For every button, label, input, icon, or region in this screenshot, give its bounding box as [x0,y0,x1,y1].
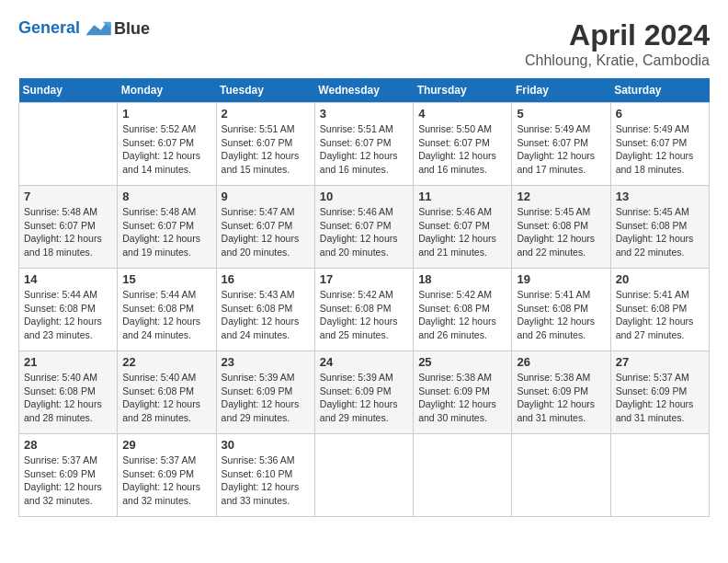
day-info: Sunrise: 5:40 AMSunset: 6:08 PMDaylight:… [122,371,210,425]
calendar-day-cell: 19Sunrise: 5:41 AMSunset: 6:08 PMDayligh… [512,269,610,351]
day-info: Sunrise: 5:46 AMSunset: 6:07 PMDaylight:… [418,205,506,259]
logo-general: General [18,18,80,37]
calendar-day-cell: 7Sunrise: 5:48 AMSunset: 6:07 PMDaylight… [19,186,118,269]
day-number: 27 [616,355,704,369]
day-number: 10 [320,190,408,203]
day-info: Sunrise: 5:43 AMSunset: 6:08 PMDaylight:… [222,288,310,342]
day-info: Sunrise: 5:45 AMSunset: 6:08 PMDaylight:… [517,205,605,259]
day-number: 12 [517,190,605,203]
day-info: Sunrise: 5:42 AMSunset: 6:08 PMDaylight:… [320,288,408,342]
day-number: 18 [418,272,506,286]
day-info: Sunrise: 5:49 AMSunset: 6:07 PMDaylight:… [517,122,605,177]
weekday-header-cell: Tuesday [216,78,314,103]
day-info: Sunrise: 5:45 AMSunset: 6:08 PMDaylight:… [616,205,704,259]
day-number: 11 [418,190,506,203]
calendar-day-cell: 5Sunrise: 5:49 AMSunset: 6:07 PMDaylight… [512,103,610,186]
day-number: 24 [320,355,408,369]
calendar-day-cell: 26Sunrise: 5:38 AMSunset: 6:09 PMDayligh… [512,351,610,434]
page-header: General Blue April 2024 Chhloung, Kratie… [18,18,710,69]
day-number: 2 [222,107,310,121]
calendar-week-row: 14Sunrise: 5:44 AMSunset: 6:08 PMDayligh… [19,269,710,351]
day-number: 3 [320,107,408,121]
day-info: Sunrise: 5:38 AMSunset: 6:09 PMDaylight:… [517,371,605,425]
calendar-day-cell: 18Sunrise: 5:42 AMSunset: 6:08 PMDayligh… [414,269,512,351]
day-info: Sunrise: 5:37 AMSunset: 6:09 PMDaylight:… [616,371,704,425]
day-number: 20 [616,272,704,286]
calendar-week-row: 21Sunrise: 5:40 AMSunset: 6:08 PMDayligh… [19,351,710,434]
day-info: Sunrise: 5:48 AMSunset: 6:07 PMDaylight:… [24,205,112,259]
calendar-week-row: 7Sunrise: 5:48 AMSunset: 6:07 PMDaylight… [19,186,710,269]
day-number: 16 [222,272,310,286]
calendar-day-cell: 6Sunrise: 5:49 AMSunset: 6:07 PMDaylight… [610,103,709,186]
day-number: 15 [122,272,210,286]
calendar-day-cell: 13Sunrise: 5:45 AMSunset: 6:08 PMDayligh… [610,186,709,269]
month-title: April 2024 [525,18,710,52]
title-block: April 2024 Chhloung, Kratie, Cambodia [525,18,710,69]
day-number: 26 [517,355,605,369]
day-info: Sunrise: 5:51 AMSunset: 6:07 PMDaylight:… [320,122,408,177]
day-number: 6 [616,107,704,121]
day-number: 14 [24,272,112,286]
calendar-day-cell: 1Sunrise: 5:52 AMSunset: 6:07 PMDaylight… [118,103,216,186]
day-info: Sunrise: 5:36 AMSunset: 6:10 PMDaylight:… [222,454,310,508]
calendar-day-cell: 25Sunrise: 5:38 AMSunset: 6:09 PMDayligh… [414,351,512,434]
day-number: 9 [222,190,310,203]
location-title: Chhloung, Kratie, Cambodia [525,52,710,69]
day-number: 13 [616,190,704,203]
calendar-day-cell: 28Sunrise: 5:37 AMSunset: 6:09 PMDayligh… [19,434,118,517]
calendar-day-cell: 17Sunrise: 5:42 AMSunset: 6:08 PMDayligh… [314,269,413,351]
day-info: Sunrise: 5:39 AMSunset: 6:09 PMDaylight:… [222,371,310,425]
day-info: Sunrise: 5:44 AMSunset: 6:08 PMDaylight:… [122,288,210,342]
day-info: Sunrise: 5:47 AMSunset: 6:07 PMDaylight:… [222,205,310,259]
logo-icon [85,18,111,39]
day-info: Sunrise: 5:37 AMSunset: 6:09 PMDaylight:… [122,454,210,508]
day-number: 19 [517,272,605,286]
calendar-day-cell [610,434,709,517]
calendar-table: SundayMondayTuesdayWednesdayThursdayFrid… [18,78,710,517]
calendar-day-cell: 9Sunrise: 5:47 AMSunset: 6:07 PMDaylight… [216,186,314,269]
day-info: Sunrise: 5:49 AMSunset: 6:07 PMDaylight:… [616,122,704,177]
calendar-day-cell: 10Sunrise: 5:46 AMSunset: 6:07 PMDayligh… [314,186,413,269]
day-number: 17 [320,272,408,286]
calendar-day-cell [414,434,512,517]
day-number: 28 [24,438,112,452]
day-number: 5 [517,107,605,121]
calendar-day-cell: 12Sunrise: 5:45 AMSunset: 6:08 PMDayligh… [512,186,610,269]
day-number: 1 [122,107,210,121]
weekday-header-cell: Friday [512,78,610,103]
day-info: Sunrise: 5:51 AMSunset: 6:07 PMDaylight:… [222,122,310,177]
day-info: Sunrise: 5:37 AMSunset: 6:09 PMDaylight:… [24,454,112,508]
calendar-day-cell: 14Sunrise: 5:44 AMSunset: 6:08 PMDayligh… [19,269,118,351]
day-info: Sunrise: 5:48 AMSunset: 6:07 PMDaylight:… [122,205,210,259]
calendar-day-cell [512,434,610,517]
calendar-day-cell: 15Sunrise: 5:44 AMSunset: 6:08 PMDayligh… [118,269,216,351]
day-number: 22 [122,355,210,369]
calendar-day-cell: 16Sunrise: 5:43 AMSunset: 6:08 PMDayligh… [216,269,314,351]
day-number: 4 [418,107,506,121]
day-number: 21 [24,355,112,369]
calendar-day-cell [19,103,118,186]
weekday-header-cell: Saturday [610,78,709,103]
day-info: Sunrise: 5:52 AMSunset: 6:07 PMDaylight:… [122,122,210,177]
calendar-day-cell: 22Sunrise: 5:40 AMSunset: 6:08 PMDayligh… [118,351,216,434]
weekday-header-row: SundayMondayTuesdayWednesdayThursdayFrid… [19,78,710,103]
day-info: Sunrise: 5:39 AMSunset: 6:09 PMDaylight:… [320,371,408,425]
day-number: 8 [122,190,210,203]
calendar-day-cell: 29Sunrise: 5:37 AMSunset: 6:09 PMDayligh… [118,434,216,517]
day-number: 25 [418,355,506,369]
calendar-week-row: 28Sunrise: 5:37 AMSunset: 6:09 PMDayligh… [19,434,710,517]
weekday-header-cell: Sunday [19,78,118,103]
calendar-day-cell: 2Sunrise: 5:51 AMSunset: 6:07 PMDaylight… [216,103,314,186]
calendar-day-cell: 24Sunrise: 5:39 AMSunset: 6:09 PMDayligh… [314,351,413,434]
weekday-header-cell: Wednesday [314,78,413,103]
logo: General Blue [18,18,150,39]
calendar-day-cell: 4Sunrise: 5:50 AMSunset: 6:07 PMDaylight… [414,103,512,186]
calendar-week-row: 1Sunrise: 5:52 AMSunset: 6:07 PMDaylight… [19,103,710,186]
weekday-header-cell: Monday [118,78,216,103]
day-info: Sunrise: 5:38 AMSunset: 6:09 PMDaylight:… [418,371,506,425]
logo-text: General [18,18,112,39]
day-info: Sunrise: 5:50 AMSunset: 6:07 PMDaylight:… [418,122,506,177]
day-info: Sunrise: 5:40 AMSunset: 6:08 PMDaylight:… [24,371,112,425]
day-info: Sunrise: 5:44 AMSunset: 6:08 PMDaylight:… [24,288,112,342]
day-info: Sunrise: 5:46 AMSunset: 6:07 PMDaylight:… [320,205,408,259]
